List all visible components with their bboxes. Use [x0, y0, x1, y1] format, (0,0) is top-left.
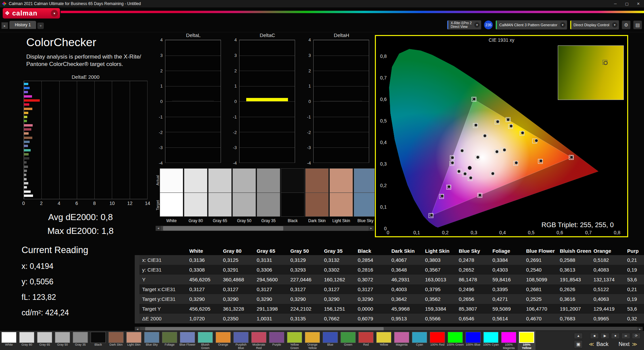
table-row[interactable]: Y456,6205360,4868294,5600227,0446160,126…: [139, 275, 644, 284]
y-tick-label: 1: [234, 83, 237, 89]
table-row[interactable]: Target Y456,6205361,3228291,1398224,2102…: [139, 304, 644, 314]
chevron-down-icon[interactable]: ▾: [612, 22, 617, 28]
delta-chart-deltac: DeltaC43210-1-2-3-4: [230, 32, 296, 163]
pattern-swatch-orange[interactable]: Orange: [214, 331, 232, 350]
pattern-swatch-yellow-green[interactable]: Yellow Green: [286, 331, 303, 350]
pattern-swatch-100-yellow[interactable]: 100% Yellow: [518, 331, 536, 350]
delta-chart-title: DeltaC: [239, 32, 296, 40]
pattern-swatch-gray-80[interactable]: Gray 80: [18, 331, 36, 350]
pattern-label: Red: [357, 343, 375, 347]
y-tick-label: 0: [160, 99, 163, 104]
cie-y-tick: 0,4: [377, 140, 387, 145]
pattern-swatch-moderate-red[interactable]: Moderate Red: [250, 331, 268, 350]
scrollbar-thumb[interactable]: [163, 226, 283, 231]
pattern-swatch-gray-65[interactable]: Gray 65: [36, 331, 54, 350]
pattern-swatch-green[interactable]: Green: [339, 331, 357, 350]
target-row-label: Target: [156, 193, 160, 217]
pattern-swatch-red[interactable]: Red: [357, 331, 375, 350]
table-cell: 86,1478: [455, 277, 489, 282]
table-row[interactable]: y: CIE310,33080,32910,33060,32930,33020,…: [139, 265, 644, 275]
gridline: [314, 101, 369, 102]
pattern-swatch-white[interactable]: White: [0, 331, 18, 350]
pattern-swatch-light-skin[interactable]: Light Skin: [125, 331, 143, 350]
scrollbar-track[interactable]: [161, 226, 368, 231]
scroll-up-icon[interactable]: ▲: [574, 333, 583, 339]
gridline: [314, 86, 369, 86]
pattern-swatch-blue-flower[interactable]: Blue Flower: [179, 331, 196, 350]
gear-icon[interactable]: ⚙: [622, 21, 631, 29]
add-tab-button[interactable]: +: [37, 23, 44, 29]
layout-icon[interactable]: ▤: [633, 21, 642, 29]
table-row[interactable]: ΔE 20001,07200,23501,00310,31350,76620,6…: [139, 314, 644, 323]
pattern-swatch-bluish-green[interactable]: Bluish Green: [196, 331, 214, 350]
pattern-swatch-100-red[interactable]: 100% Red: [428, 331, 446, 350]
pattern-swatch-black[interactable]: Black: [89, 331, 107, 350]
delta-chart-deltah: DeltaH43210-1-2-3-4: [304, 32, 370, 163]
colorchecker-swatch: Gray 65: [208, 168, 232, 223]
refresh-icon[interactable]: ⟳: [632, 333, 641, 339]
meter-dropdown[interactable]: X-Rite i1Pro 2 Direct View ▾: [447, 20, 481, 30]
colorchecker-swatch: Light Skin: [329, 168, 353, 223]
actual-color: [354, 168, 375, 193]
pattern-swatch-orange-yellow[interactable]: Orange Yellow: [303, 331, 321, 350]
pattern-swatch-100-blue[interactable]: 100% Blue: [464, 331, 482, 350]
pattern-swatch-100-green[interactable]: 100% Green: [446, 331, 464, 350]
pattern-generator-dropdown[interactable]: CalMAN Client 3 Pattern Generator ▾: [495, 20, 567, 30]
table-cell: 0,3308: [186, 267, 220, 273]
pattern-swatch-dark-skin[interactable]: Dark Skin: [107, 331, 125, 350]
table-cell: 360,4868: [220, 277, 253, 282]
swatch-strip-items: WhiteGray 80Gray 65Gray 50Gray 35BlackDa…: [160, 168, 375, 223]
close-icon[interactable]: ✕: [633, 0, 644, 7]
minimize-icon[interactable]: ─: [610, 0, 621, 7]
pattern-swatch-100-cyan[interactable]: 100% Cyan: [482, 331, 500, 350]
record-icon[interactable]: ⏺: [611, 333, 620, 339]
table-row[interactable]: Target y:CIE310,32900,32900,32900,32900,…: [139, 294, 644, 304]
column-header: Blue Flower: [523, 248, 556, 254]
back-button[interactable]: ≪ Back: [585, 340, 612, 348]
table-row[interactable]: x: CIE310,31360,31250,31310,31290,31320,…: [139, 255, 644, 265]
logo-menu-button[interactable]: ▾: [51, 10, 58, 17]
table-cell: 227,0446: [287, 277, 321, 282]
table-cell: 108,5099: [523, 277, 556, 282]
pattern-color-chip: [376, 332, 391, 343]
stop-icon[interactable]: ■: [590, 333, 599, 339]
pattern-label: 100% Blue: [464, 343, 482, 347]
table-cell: 0,4083: [590, 267, 624, 273]
table-cell: 159,3384: [422, 306, 455, 312]
pattern-swatch-100-magenta[interactable]: 100% Magenta: [500, 331, 518, 350]
chevron-down-icon[interactable]: ▾: [474, 22, 480, 28]
link-icon[interactable]: ∞: [621, 333, 630, 339]
calman-logo-button[interactable]: ❖ calman ▾: [3, 8, 60, 19]
display-control-dropdown[interactable]: Direct Display Control ▾: [570, 20, 619, 30]
table-cell: 0,2478: [455, 257, 489, 263]
measured-point: [535, 139, 538, 142]
meter-status-badge[interactable]: 235: [484, 21, 493, 29]
delta-chart-plot: [239, 40, 295, 163]
pattern-swatch-yellow[interactable]: Yellow: [375, 331, 393, 350]
pattern-swatch-blue-sky[interactable]: Blue Sky: [143, 331, 161, 350]
pattern-swatch-purplish-blue[interactable]: Purplish Blue: [232, 331, 250, 350]
play-icon[interactable]: ▶: [601, 333, 609, 339]
window-toggle-icon[interactable]: ▣: [574, 340, 583, 348]
gridline: [314, 117, 369, 117]
maximize-icon[interactable]: ▢: [621, 0, 633, 7]
pattern-swatch-purple[interactable]: Purple: [268, 331, 286, 350]
pattern-swatch-foliage[interactable]: Foliage: [161, 331, 179, 350]
delta-chart-body: 43210-1-2-3-4: [304, 40, 370, 163]
pattern-swatch-blue[interactable]: Blue: [321, 331, 339, 350]
next-button[interactable]: Next ≫: [615, 340, 641, 348]
delta-chart-y-axis: 43210-1-2-3-4: [156, 40, 165, 163]
pattern-swatch-magenta[interactable]: Magenta: [393, 331, 411, 350]
table-cell: 0,2525: [523, 296, 556, 302]
pattern-swatch-cyan[interactable]: Cyan: [411, 331, 428, 350]
pattern-swatch-gray-50[interactable]: Gray 50: [54, 331, 71, 350]
table-cell: 0,5122: [590, 286, 624, 292]
swatch-strip-scrollbar[interactable]: ◄ ►: [156, 226, 374, 231]
tab-nav-icon[interactable]: ▸: [1, 22, 8, 29]
tab-history-1[interactable]: History 1: [9, 21, 36, 29]
chevron-down-icon[interactable]: ▾: [560, 22, 566, 28]
scroll-right-icon[interactable]: ►: [368, 226, 374, 231]
table-row[interactable]: Target x:CIE310,31270,31270,31270,31270,…: [139, 284, 644, 294]
scroll-left-icon[interactable]: ◄: [156, 226, 161, 231]
pattern-swatch-gray-35[interactable]: Gray 35: [71, 331, 89, 350]
